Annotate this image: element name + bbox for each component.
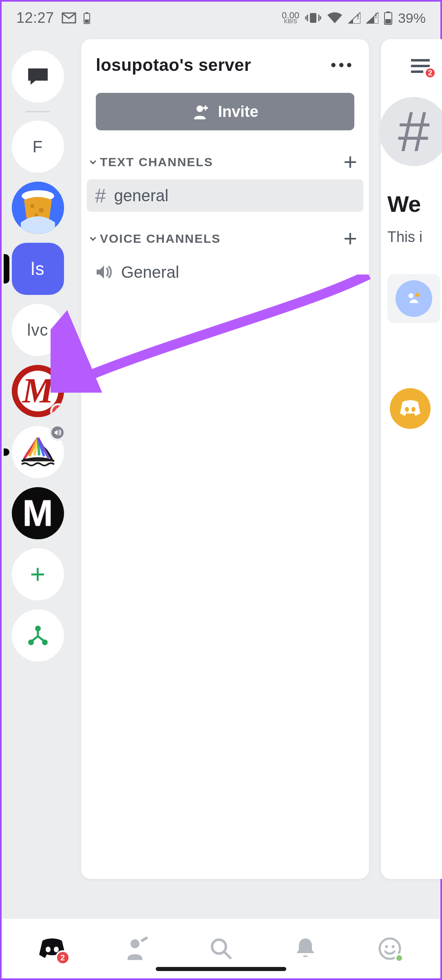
battery-icon [384,11,392,25]
plus-icon: + [30,559,45,589]
speaker-icon [95,264,113,280]
waving-person-icon [124,936,149,961]
svg-point-27 [54,947,59,952]
bell-icon [295,937,316,960]
svg-rect-1 [86,12,88,13]
channel-panel: losupotao's server ••• Invite TEXT CHANN… [81,39,369,879]
server-initial: lvc [27,321,49,339]
discord-logo-icon [398,400,422,417]
svg-rect-7 [387,11,390,13]
server-item-f[interactable]: F [12,121,64,173]
svg-point-21 [402,287,426,310]
onboarding-card[interactable] [387,274,440,323]
signal-2-icon: ! [366,12,378,24]
servers-unread-badge: 2 [55,950,70,965]
rail-separator [25,111,51,112]
signal-1-icon: ! [348,12,360,24]
server-item-cheese[interactable] [12,182,64,234]
tab-notifications[interactable] [285,928,326,969]
svg-point-22 [409,293,413,298]
direct-messages-button[interactable] [12,51,64,103]
server-item-lvc[interactable]: lvc [12,304,64,356]
voice-channels-label: VOICE CHANNELS [100,232,221,246]
active-server-indicator [4,254,9,283]
voice-channel-general[interactable]: General [87,256,363,288]
voice-channels-header[interactable]: VOICE CHANNELS [81,215,369,253]
server-item-m-red[interactable]: M 2 [12,365,64,417]
add-text-channel-button[interactable] [342,154,358,170]
plus-icon [343,232,357,246]
server-title[interactable]: losupotao's server [96,55,251,75]
onboarding-card-icon [396,280,432,317]
data-rate-unit: KB/S [284,19,297,24]
channel-name: general [114,187,168,205]
svg-rect-3 [310,13,316,23]
welcome-heading-fragment: We [387,191,421,217]
battery-percentage: 39% [398,10,426,26]
android-nav-pill[interactable] [156,967,286,971]
tab-search[interactable] [201,928,241,969]
server-initial: F [33,138,43,156]
chat-peek-panel[interactable]: 2 # We This i [381,39,442,879]
svg-point-31 [385,945,388,948]
channel-name: General [121,263,179,281]
discord-floating-button[interactable] [390,388,431,429]
server-item-m-black[interactable]: M [12,487,64,539]
vibrate-icon [305,11,321,24]
add-server-button[interactable]: + [12,548,64,600]
svg-text:!: ! [357,13,359,21]
discover-servers-button[interactable] [12,609,64,661]
text-channel-general[interactable]: # general [87,179,363,212]
member-list-badge: 2 [424,67,436,79]
server-more-icon[interactable]: ••• [331,57,354,74]
chevron-down-icon [88,158,97,167]
server-item-midjourney[interactable] [12,426,64,478]
invite-person-icon [192,104,210,119]
server-rail: F ls lvc M 2 M + [8,51,67,661]
server-item-selected-ls[interactable]: ls [12,243,64,295]
svg-text:!: ! [375,12,377,20]
svg-point-13 [35,213,38,217]
low-battery-icon [84,12,90,24]
invite-label: Invite [218,103,258,121]
data-rate-indicator: 0.00 KB/S [282,12,299,24]
server-initial: M [22,492,53,534]
search-icon [209,937,233,960]
gmail-notification-icon [62,12,76,24]
svg-point-28 [130,939,139,948]
voice-active-badge-icon [49,424,66,441]
server-initial: ls [31,259,45,279]
svg-point-26 [46,947,51,952]
svg-point-25 [411,407,415,412]
welcome-subtitle-fragment: This i [387,229,422,246]
tab-friends[interactable] [116,928,157,969]
plus-icon [343,155,357,169]
status-time: 12:27 [16,9,54,26]
svg-text:M: M [21,371,54,410]
svg-point-23 [415,293,420,297]
text-channels-header[interactable]: TEXT CHANNELS [81,138,369,176]
online-status-dot [395,954,404,962]
svg-point-17 [35,626,41,631]
svg-point-20 [197,105,203,112]
text-channels-label: TEXT CHANNELS [100,155,213,169]
svg-rect-2 [85,20,89,23]
hub-icon [26,624,50,647]
svg-rect-8 [385,19,391,24]
wifi-icon [327,12,343,24]
channel-hero-hash-icon: # [379,97,442,166]
svg-point-11 [30,204,34,208]
member-list-toggle-button[interactable]: 2 [409,58,435,77]
hash-icon: # [95,185,106,207]
svg-point-12 [39,208,44,213]
add-voice-channel-button[interactable] [342,231,358,247]
tab-servers[interactable]: 2 [32,928,73,969]
svg-point-32 [392,945,395,948]
chevron-down-icon [88,234,97,243]
invite-button[interactable]: Invite [96,93,354,130]
unread-indicator [4,448,9,456]
svg-point-24 [405,407,409,412]
android-status-bar: 12:27 0.00 KB/S ! ! [2,2,440,34]
tab-profile[interactable] [369,928,410,969]
